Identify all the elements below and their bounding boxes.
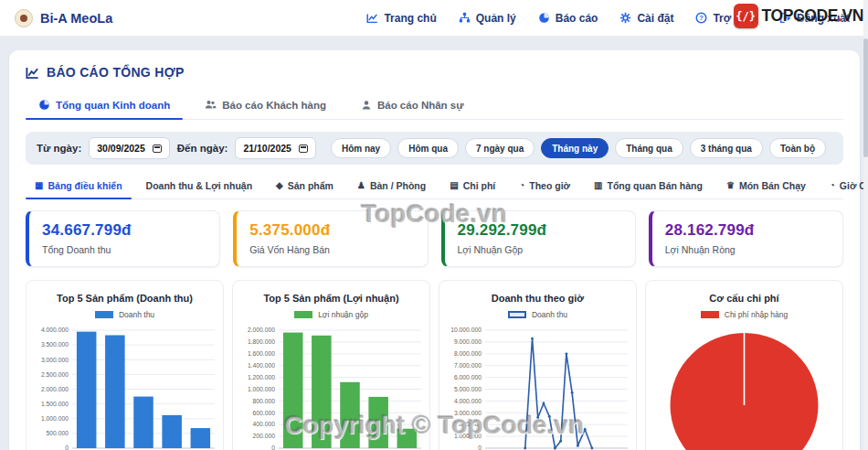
range-pill-thang-nay[interactable]: Tháng này	[541, 138, 609, 158]
range-pill-7-ngay-qua[interactable]: 7 ngày qua	[465, 138, 535, 158]
range-pill-hom-nay[interactable]: Hôm nay	[331, 138, 391, 158]
svg-text:1.800.000: 1.800.000	[248, 338, 275, 345]
trophy-icon: ♛	[726, 181, 735, 190]
app-brand[interactable]: Bi-A MeoLa	[15, 9, 112, 27]
subtab-tong-quan-ban-hang[interactable]: ▥Tổng quan Bán hàng	[585, 174, 712, 198]
kpi-label: Lợi Nhuận Gộp	[458, 244, 622, 255]
range-pill-toan-bo[interactable]: Toàn bộ	[769, 138, 826, 158]
to-date-input[interactable]: 21/10/2025	[235, 137, 316, 159]
calendar-icon[interactable]	[299, 145, 308, 153]
svg-text:2.000.000: 2.000.000	[248, 327, 275, 333]
legend-swatch	[294, 311, 312, 318]
dashboard-icon: ▦	[35, 181, 43, 190]
chart-line-icon	[366, 12, 378, 24]
report-subtabs: ▦Bảng điều khiểnDoanh thu & Lợi nhuận◈Sả…	[26, 174, 843, 199]
users-icon	[205, 99, 217, 111]
range-pill-hom-qua[interactable]: Hôm qua	[397, 138, 459, 158]
svg-text:1.400.000: 1.400.000	[248, 362, 275, 369]
table-icon: ♟	[357, 181, 365, 190]
pie-chart-icon	[538, 12, 550, 24]
brand-name: Bi-A MeoLa	[40, 11, 112, 26]
svg-text:800.000: 800.000	[253, 398, 276, 404]
report-panel: BÁO CÁO TỔNG HỢP Tổng quan Kinh doanhBáo…	[9, 50, 860, 450]
legend-label: Lợi nhuận gộp	[318, 310, 368, 319]
svg-text:6.000.000: 6.000.000	[454, 374, 482, 380]
chart-plot-bar: 0200.000400.000600.000800.0001.000.0001.…	[238, 321, 425, 450]
kpi-value: 34.667.799đ	[42, 221, 206, 240]
kpi-value: 28.162.799đ	[665, 221, 830, 240]
from-date-label: Từ ngày:	[37, 143, 81, 154]
tab-bao-cao-khach-hang[interactable]: Báo cáo Khách hàng	[192, 91, 339, 119]
svg-text:8.000.000: 8.000.000	[454, 350, 482, 357]
scrollbar[interactable]	[863, 0, 868, 450]
svg-text:7.000.000: 7.000.000	[454, 362, 482, 369]
subtab-ban-phong[interactable]: ♟Bàn / Phòng	[348, 174, 435, 198]
svg-text:1.000.000: 1.000.000	[454, 433, 482, 439]
sitemap-icon	[459, 12, 471, 24]
from-date-input[interactable]: 30/09/2025	[89, 137, 170, 159]
pie-chart-icon	[38, 99, 50, 111]
calendar-icon[interactable]	[153, 145, 162, 153]
legend-swatch	[508, 311, 526, 318]
svg-text:3.000.000: 3.000.000	[454, 410, 482, 416]
kpi-card-gia-von-hang-ban: 5.375.000đGiá Vốn Hàng Bán	[233, 210, 428, 267]
subtab-san-pham[interactable]: ◈Sản phẩm	[267, 174, 343, 198]
svg-text:200.000: 200.000	[253, 433, 276, 439]
scrollbar-thumb[interactable]	[863, 38, 868, 157]
kpi-card-tong-doanh-thu: 34.667.799đTổng Doanh thu	[26, 210, 220, 267]
line-chart-icon	[26, 66, 39, 80]
legend-label: Doanh thu	[119, 310, 154, 319]
svg-text:4.000.000: 4.000.000	[454, 398, 482, 404]
nav-item-trang-chu[interactable]: Trang chủ	[366, 12, 436, 25]
subtab-gio-cao-iem[interactable]: ◔Giờ Cao Điểm	[820, 174, 868, 198]
topcode-logo-text: TOPCODE.VN	[762, 6, 863, 26]
date-filter-bar: Từ ngày: 30/09/2025 Đến ngày: 21/10/2025…	[26, 132, 843, 165]
chart-title: Doanh thu theo giờ	[444, 293, 631, 304]
nav-item-cai-dat[interactable]: Cài đặt	[619, 12, 673, 25]
nav-item-bao-cao[interactable]: Báo cáo	[538, 12, 598, 25]
svg-text:?: ?	[700, 14, 704, 22]
tab-bao-cao-nhan-su[interactable]: Báo cáo Nhân sự	[348, 91, 477, 119]
subtab-chi-phi[interactable]: ▤Chi phí	[440, 174, 504, 198]
subtab-doanh-thu-loi-nhuan[interactable]: Doanh thu & Lợi nhuận	[137, 174, 262, 198]
page-title: BÁO CÁO TỔNG HỢP	[26, 65, 843, 80]
kpi-label: Giá Vốn Hàng Bán	[249, 244, 414, 255]
chart-card-top-5-san-pham-doanh-thu: Top 5 Sản phẩm (Doanh thu)Doanh thu0500.…	[26, 280, 224, 450]
chart-plot-pie	[651, 321, 838, 450]
svg-text:600.000: 600.000	[253, 410, 276, 416]
chart-card-top-5-san-pham-loi-nhuan: Top 5 Sản phẩm (Lợi nhuận)Lợi nhuận gộp0…	[232, 280, 430, 450]
kpi-card-loi-nhuan-rong: 28.162.799đLợi Nhuận Ròng	[649, 210, 843, 267]
subtab-theo-gio[interactable]: ◔Theo giờ	[510, 174, 579, 198]
range-pill-thang-qua[interactable]: Tháng qua	[615, 138, 683, 158]
chart-plot-bar: 0500.0001.000.0001.500.0002.000.0002.500…	[31, 321, 218, 450]
report-tabs: Tổng quan Kinh doanhBáo cáo Khách hàngBá…	[26, 91, 843, 120]
clock-icon: ◔	[830, 181, 835, 190]
brand-logo-icon	[15, 9, 33, 27]
product-icon: ◈	[276, 181, 283, 190]
kpi-label: Tổng Doanh thu	[42, 244, 206, 255]
svg-text:0: 0	[478, 445, 482, 450]
user-icon	[361, 100, 372, 111]
svg-text:0: 0	[271, 445, 275, 450]
subtab-mon-ban-chay[interactable]: ♛Món Bán Chạy	[717, 174, 815, 198]
svg-text:1.500.000: 1.500.000	[41, 401, 69, 407]
clock-icon: ◔	[519, 181, 524, 190]
nav-item-quan-ly[interactable]: Quản lý	[459, 12, 516, 25]
register-icon: ▥	[594, 181, 602, 190]
chart-cards: Top 5 Sản phẩm (Doanh thu)Doanh thu0500.…	[26, 280, 843, 450]
svg-text:3.000.000: 3.000.000	[41, 357, 69, 363]
kpi-card-loi-nhuan-gop: 29.292.799đLợi Nhuận Gộp	[441, 210, 636, 267]
svg-text:1.200.000: 1.200.000	[248, 374, 275, 380]
svg-text:1.000.000: 1.000.000	[41, 415, 69, 422]
quick-range-pills: Hôm nayHôm qua7 ngày quaTháng nàyTháng q…	[331, 138, 826, 158]
chart-card-co-cau-chi-phi: Cơ cấu chi phíChi phí nhập hàng	[645, 280, 843, 450]
to-date-label: Đến ngày:	[177, 143, 228, 154]
subtab-bang-dieu-khien[interactable]: ▦Bảng điều khiển	[26, 174, 132, 198]
chart-legend: Doanh thu	[31, 310, 218, 319]
chart-title: Cơ cấu chi phí	[651, 293, 838, 304]
chart-title: Top 5 Sản phẩm (Lợi nhuận)	[238, 293, 425, 304]
chart-card-doanh-thu-theo-gio: Doanh thu theo giờDoanh thu01.000.0002.0…	[439, 280, 637, 450]
range-pill-3-thang-qua[interactable]: 3 tháng qua	[690, 138, 763, 158]
tab-tong-quan-kinh-doanh[interactable]: Tổng quan Kinh doanh	[26, 91, 183, 119]
svg-text:0: 0	[65, 445, 69, 450]
